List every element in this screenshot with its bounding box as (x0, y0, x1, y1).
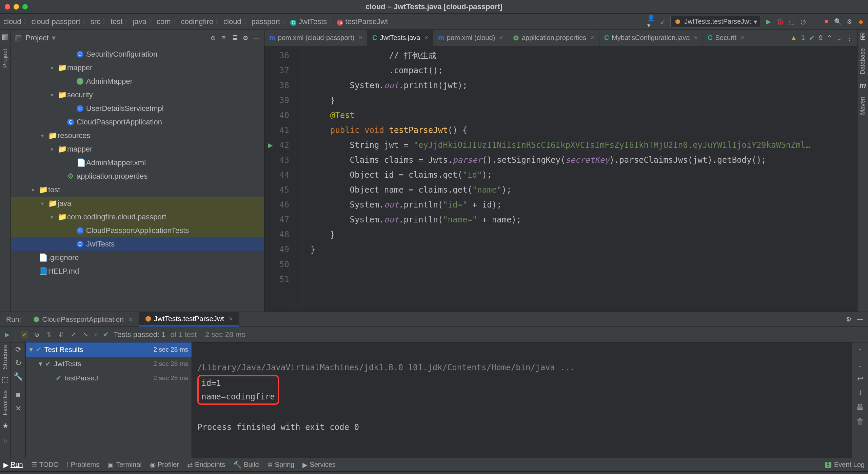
close-window-button[interactable] (5, 4, 10, 9)
fold-gutter[interactable] (295, 46, 302, 312)
editor-tab[interactable]: mpom.xml (cloud-passport)× (264, 30, 368, 46)
soft-wrap-icon[interactable]: ↩ (857, 374, 863, 383)
tree-item[interactable]: CUserDetailsServiceImpl (11, 102, 264, 115)
structure-tool-tab[interactable]: Structure (2, 344, 9, 369)
stop-icon[interactable]: ■ (16, 391, 20, 399)
profile-button[interactable]: ◷ (800, 18, 807, 25)
project-tool-tab[interactable]: Project (2, 49, 9, 68)
close-tab-icon[interactable]: × (741, 34, 745, 42)
run-tab[interactable]: ⬢CloudPassportApplication× (27, 312, 139, 327)
bottom-tool-button[interactable]: !Problems (67, 461, 99, 469)
event-log-button[interactable]: 5Event Log (825, 461, 865, 469)
breadcrumb-item[interactable]: codingfire (181, 17, 213, 26)
debug-button[interactable]: 🐞 (776, 18, 784, 25)
expand-all-icon[interactable]: ≡ (220, 34, 228, 42)
breadcrumb-item[interactable]: mtestParseJwt (337, 17, 388, 26)
breadcrumb-item[interactable]: src (91, 17, 100, 26)
breadcrumb-item[interactable]: CJwtTests (290, 17, 327, 26)
project-tree[interactable]: CSecurityConfiguration▾📁mapperIAdminMapp… (11, 46, 264, 312)
tree-item[interactable]: CSecurityConfiguration (11, 47, 264, 61)
breadcrumb-item[interactable]: cloud-passport (32, 17, 80, 26)
tree-item[interactable]: ⚙application.properties (11, 170, 264, 183)
hide-panel-icon[interactable]: — (253, 34, 260, 42)
collapse-icon[interactable]: ⤡ (82, 331, 89, 338)
breadcrumb-item[interactable]: test (111, 17, 122, 26)
debug-icon[interactable]: ⟳ (15, 345, 21, 354)
favorites-tool-icon[interactable]: ★ (2, 421, 9, 430)
target-icon[interactable]: ⊕ (209, 34, 217, 42)
editor-tab[interactable]: CSecurit× (703, 30, 749, 46)
collapse-all-icon[interactable]: ≣ (231, 34, 238, 42)
run-tab[interactable]: ⬢JwtTests.testParseJwt× (139, 312, 239, 327)
rerun-button[interactable]: ▶ (3, 331, 11, 338)
trash-icon[interactable]: 🗑 (856, 417, 864, 426)
coverage-button[interactable]: ⬚ (788, 18, 795, 25)
build-hammer-icon[interactable]: ↙ (659, 18, 666, 25)
hide-panel-icon[interactable]: — (856, 316, 864, 323)
tree-item[interactable]: ▾📁security (11, 88, 264, 102)
scroll-to-end-icon[interactable]: ⤓ (857, 389, 863, 397)
test-tree-item[interactable]: ✔testParseJ2 sec 28 ms (26, 371, 192, 385)
stop-button[interactable]: ■ (823, 18, 830, 25)
attach-button[interactable]: ⋯ (811, 18, 818, 25)
bottom-tool-button[interactable]: ☰TODO (31, 461, 59, 469)
wrench-icon[interactable]: 🔧 (14, 372, 23, 381)
close-tab-icon[interactable]: × (499, 34, 503, 42)
editor-tab[interactable]: CMybatisConfiguration.java× (599, 30, 703, 46)
code-editor[interactable]: 36373839404142▶434445464748495051 // 打包生… (264, 46, 857, 312)
breadcrumb-item[interactable]: passport (252, 17, 280, 26)
tree-item[interactable]: IAdminMapper (11, 75, 264, 88)
structure-tool-icon[interactable]: ⬚ (2, 375, 9, 384)
bottom-tool-button[interactable]: ◉Profiler (150, 461, 179, 469)
chevron-up-icon[interactable]: ⌃ (827, 34, 832, 42)
tree-item[interactable]: ▾📁test (11, 183, 264, 197)
editor-tab[interactable]: CJwtTests.java× (368, 30, 433, 46)
gear-icon[interactable]: ⚙ (846, 18, 853, 25)
editor-tab[interactable]: mpom.xml (cloud)× (433, 30, 508, 46)
bottom-tool-button[interactable]: ⇄Endpoints (187, 461, 225, 469)
breadcrumb-item[interactable]: java (133, 17, 146, 26)
tree-item[interactable]: CCloudPassportApplication (11, 115, 264, 129)
bottom-tool-button[interactable]: 🔨Build (233, 461, 259, 469)
chevron-down-icon[interactable]: ⌄ (836, 34, 842, 42)
print-icon[interactable]: 🖶 (856, 403, 864, 412)
more-icon[interactable]: ⋮ (846, 34, 853, 42)
editor-tab[interactable]: ⚙application.properties× (508, 30, 599, 46)
tree-item[interactable]: ▾📁resources (11, 129, 264, 142)
minimize-window-button[interactable] (14, 4, 19, 9)
gutter-run-icon[interactable]: ▶ (268, 138, 273, 153)
down-arrow-icon[interactable]: ↓ (858, 360, 862, 369)
chevron-down-icon[interactable]: ▾ (52, 34, 56, 42)
close-tab-icon[interactable]: × (425, 34, 429, 42)
warning-icon[interactable]: ▲ (790, 34, 797, 42)
breadcrumb-item[interactable]: cloud (3, 17, 21, 26)
user-icon[interactable]: 👤▾ (647, 18, 655, 25)
run-configuration-selector[interactable]: ⬢ JwtTests.testParseJwt ▾ (670, 16, 761, 27)
test-tree-item[interactable]: ▾✔JwtTests2 sec 28 ms (26, 357, 192, 371)
rerun-failed-icon[interactable]: ↻ (15, 359, 21, 368)
close-tab-icon[interactable]: × (694, 34, 698, 42)
zoom-window-button[interactable] (22, 4, 28, 9)
show-passed-toggle[interactable]: ✔ (21, 331, 28, 338)
test-tree-item[interactable]: ▾✔Test Results2 sec 28 ms (26, 342, 192, 357)
sort-icon[interactable]: ⇅ (45, 331, 53, 338)
tree-item[interactable]: CJwtTests (11, 237, 264, 251)
bottom-tool-button[interactable]: ▶Services (302, 461, 336, 469)
code-body[interactable]: // 打包生成 .compact(); System.out.println(j… (302, 46, 857, 312)
project-tool-icon[interactable]: ▦ (2, 33, 9, 41)
test-results-tree[interactable]: ▾✔Test Results2 sec 28 ms▾✔JwtTests2 sec… (26, 342, 192, 458)
maven-tool-icon[interactable]: m (860, 81, 866, 90)
tree-item[interactable]: ▾📁java (11, 197, 264, 210)
tree-item[interactable]: 📘HELP.md (11, 264, 264, 278)
up-arrow-icon[interactable]: ↑ (858, 346, 862, 355)
gear-icon[interactable]: ⚙ (845, 316, 852, 323)
tree-item[interactable]: 📄.gitignore (11, 251, 264, 264)
close-tab-icon[interactable]: × (590, 34, 594, 42)
tree-item[interactable]: ▾📁mapper (11, 61, 264, 75)
bottom-tool-button[interactable]: ✲Spring (267, 461, 295, 469)
sort-alpha-icon[interactable]: ⇵ (57, 331, 65, 338)
database-tool-tab[interactable]: Database (859, 48, 866, 74)
favorites-tool-tab[interactable]: Favorites (2, 390, 9, 415)
search-icon[interactable]: 🔍 (834, 18, 842, 25)
expand-icon[interactable]: ⤢ (70, 331, 77, 338)
